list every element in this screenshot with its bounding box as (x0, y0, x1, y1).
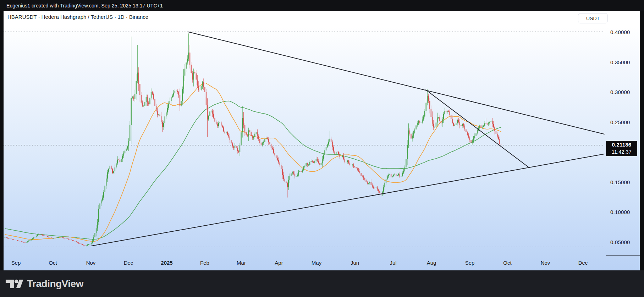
time-axis-label: Sep (459, 259, 480, 266)
time-axis-label: Jun (344, 259, 365, 266)
time-axis-label: Oct (42, 259, 64, 266)
last-price-tag: 0.21186 11:42:37 (606, 141, 637, 156)
attribution-text: Eugenius1 created with TradingView.com, … (6, 3, 163, 9)
bar-countdown: 11:42:37 (606, 149, 637, 155)
attribution-bar: Eugenius1 created with TradingView.com, … (0, 0, 644, 11)
price-axis-label: 0.05000 (610, 239, 640, 246)
time-axis-label: Apr (268, 259, 290, 266)
time-axis-label: Feb (194, 259, 215, 266)
price-axis-label: 0.15000 (610, 179, 640, 186)
time-axis-label: Nov (535, 259, 556, 266)
price-axis-label: 0.40000 (610, 29, 640, 35)
time-axis-label: Nov (80, 259, 101, 266)
time-axis-label: Dec (572, 259, 594, 266)
tradingview-logo[interactable]: TradingView (5, 278, 83, 290)
chart-card: HBARUSDT · Hedera Hashgraph / TetherUS ·… (4, 11, 640, 270)
time-axis-label: Dec (118, 259, 139, 266)
time-axis-label: Sep (5, 259, 27, 266)
candlestick-chart[interactable] (4, 11, 640, 270)
time-axis-label: Jul (382, 259, 404, 266)
last-price-value: 0.21186 (606, 141, 637, 149)
price-axis-label: 0.25000 (610, 119, 640, 126)
footer-bar: TradingView (0, 270, 644, 297)
tradingview-logo-icon (5, 279, 24, 288)
time-axis-label: Mar (231, 259, 252, 266)
time-axis-label: May (306, 259, 327, 266)
price-axis-label: 0.35000 (610, 59, 640, 66)
time-axis-label: Aug (421, 259, 442, 266)
time-axis-label: 2025 (156, 259, 177, 266)
price-axis-label: 0.30000 (610, 89, 640, 95)
tradingview-brand-text: TradingView (27, 278, 83, 290)
price-axis-label: 0.10000 (610, 209, 640, 215)
time-axis-label: Oct (497, 259, 518, 266)
